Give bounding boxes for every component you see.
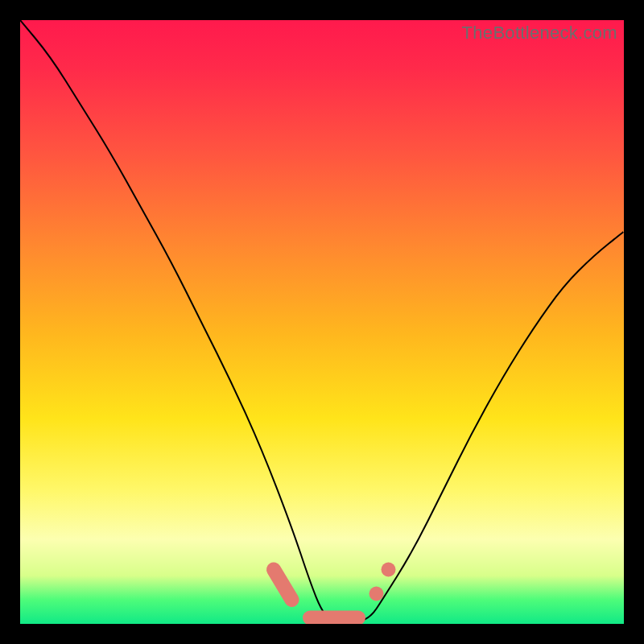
curve-marker-dot — [369, 587, 384, 601]
curve-marker-capsule — [274, 570, 292, 601]
bottleneck-curve-svg — [20, 20, 624, 624]
chart-frame: TheBottleneck.com — [0, 0, 644, 644]
bottleneck-curve — [20, 20, 624, 624]
curve-markers — [274, 563, 396, 618]
plot-area: TheBottleneck.com — [20, 20, 624, 624]
curve-marker-dot — [382, 563, 396, 577]
